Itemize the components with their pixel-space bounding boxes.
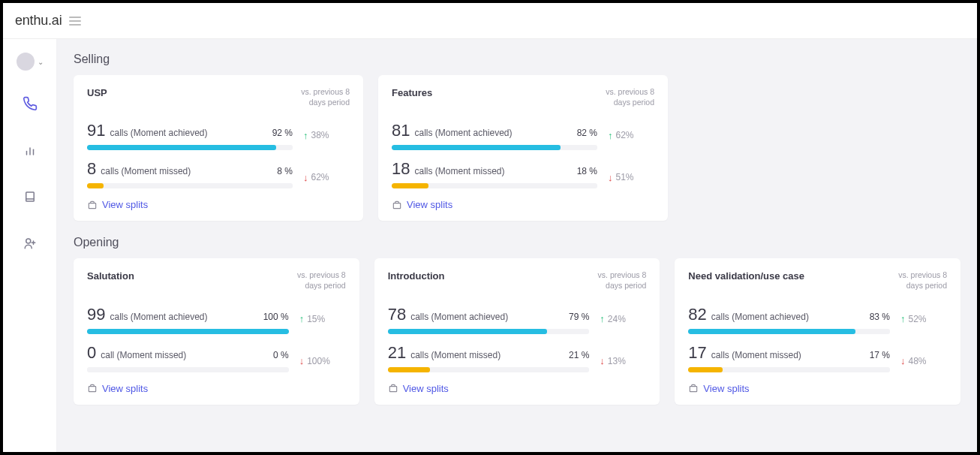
achieved-count: 82	[688, 305, 706, 324]
achieved-bar	[388, 329, 590, 334]
menu-icon[interactable]	[69, 17, 81, 26]
achieved-count: 81	[392, 121, 410, 140]
section-title: Opening	[74, 236, 960, 249]
card-title: Features	[392, 87, 432, 98]
achieved-percent: 83 %	[870, 312, 890, 322]
missed-label: call (Moment missed)	[101, 350, 186, 360]
section-opening: Opening Salutation vs. previous 8days pe…	[74, 236, 960, 404]
missed-count: 18	[392, 159, 410, 179]
achieved-label: calls (Moment achieved)	[110, 128, 207, 138]
missed-percent: 18 %	[577, 166, 597, 176]
achieved-metric: 82 calls (Moment achieved) 83 %	[688, 305, 890, 334]
card-title: Need validation/use case	[688, 270, 804, 282]
arrow-up-icon: ↑	[608, 130, 613, 141]
user-menu[interactable]: ⌄	[17, 53, 44, 71]
section-selling: Selling USP vs. previous 8days period	[74, 53, 960, 221]
missed-bar	[87, 367, 289, 372]
metric-card: Need validation/use case vs. previous 8d…	[675, 258, 960, 404]
splits-icon	[392, 200, 402, 210]
user-plus-icon	[23, 237, 37, 250]
comparison-period: vs. previous 8days period	[286, 270, 346, 291]
achieved-metric: 81 calls (Moment achieved) 82 %	[392, 121, 597, 150]
view-splits-link[interactable]: View splits	[403, 383, 449, 394]
trend-up: ↑52%	[900, 313, 947, 324]
missed-metric: 18 calls (Moment missed) 18 %	[392, 159, 597, 188]
missed-count: 21	[388, 343, 406, 363]
svg-rect-9	[393, 203, 400, 208]
achieved-bar	[688, 329, 890, 334]
missed-label: calls (Moment missed)	[414, 166, 504, 176]
missed-count: 8	[87, 159, 96, 179]
arrow-down-icon: ↓	[608, 172, 613, 183]
achieved-metric: 99 calls (Moment achieved) 100 %	[87, 305, 289, 334]
trend-down: ↓100%	[299, 355, 346, 366]
comparison-period: vs. previous 8days period	[586, 270, 646, 291]
arrow-up-icon: ↑	[303, 130, 308, 141]
missed-count: 0	[87, 343, 96, 363]
trend-down: ↓13%	[600, 355, 646, 366]
nav-add-user[interactable]	[17, 230, 44, 257]
bar-chart-icon	[23, 143, 37, 157]
view-splits-link[interactable]: View splits	[703, 383, 749, 394]
nav-calls[interactable]	[17, 90, 44, 117]
sidebar: ⌄	[3, 39, 57, 452]
missed-bar	[392, 183, 597, 188]
arrow-up-icon: ↑	[600, 313, 605, 324]
trend-down: ↓51%	[608, 172, 654, 183]
svg-rect-12	[690, 387, 697, 392]
card-title: Introduction	[388, 270, 445, 282]
view-splits-link[interactable]: View splits	[407, 199, 452, 210]
trend-up: ↑62%	[608, 130, 654, 141]
achieved-metric: 78 calls (Moment achieved) 79 %	[388, 305, 590, 334]
achieved-count: 99	[87, 305, 105, 324]
achieved-label: calls (Moment achieved)	[410, 312, 508, 322]
achieved-percent: 92 %	[272, 128, 293, 138]
arrow-down-icon: ↓	[299, 355, 305, 366]
card-title: Salutation	[87, 270, 134, 282]
arrow-up-icon: ↑	[900, 313, 906, 324]
nav-library[interactable]	[17, 183, 44, 210]
arrow-down-icon: ↓	[303, 172, 308, 183]
comparison-period: vs. previous 8days period	[887, 270, 947, 291]
missed-metric: 21 calls (Moment missed) 21 %	[388, 343, 590, 372]
achieved-label: calls (Moment achieved)	[110, 312, 207, 322]
missed-percent: 17 %	[870, 350, 890, 360]
missed-bar	[688, 367, 890, 372]
achieved-percent: 79 %	[569, 312, 589, 322]
arrow-down-icon: ↓	[900, 355, 906, 366]
missed-bar	[388, 367, 590, 372]
achieved-bar	[87, 329, 289, 334]
trend-up: ↑38%	[303, 130, 350, 141]
achieved-label: calls (Moment achieved)	[414, 128, 512, 138]
trend-down: ↓62%	[303, 172, 350, 183]
view-splits-link[interactable]: View splits	[102, 199, 148, 210]
avatar	[17, 53, 35, 71]
missed-percent: 21 %	[569, 350, 589, 360]
layout: ⌄ Selling	[3, 39, 977, 452]
svg-rect-10	[89, 387, 95, 392]
book-icon	[23, 190, 37, 203]
missed-percent: 0 %	[273, 350, 289, 360]
card-row: USP vs. previous 8days period 91	[74, 75, 960, 221]
splits-icon	[87, 383, 98, 393]
splits-icon	[388, 383, 398, 393]
metric-card: Salutation vs. previous 8days period	[74, 258, 359, 404]
missed-metric: 17 calls (Moment missed) 17 %	[688, 343, 890, 372]
metric-card: Features vs. previous 8days period	[378, 75, 668, 221]
missed-bar	[87, 183, 293, 188]
missed-label: calls (Moment missed)	[711, 350, 801, 360]
missed-metric: 0 call (Moment missed) 0 %	[87, 343, 289, 372]
comparison-period: vs. previous 8days period	[594, 87, 654, 107]
achieved-label: calls (Moment achieved)	[711, 312, 809, 322]
nav-analytics[interactable]	[17, 137, 44, 164]
main-content: Selling USP vs. previous 8days period	[57, 39, 977, 452]
achieved-bar	[87, 145, 293, 150]
comparison-period: vs. previous 8days period	[290, 87, 350, 107]
achieved-percent: 100 %	[263, 312, 289, 322]
app-frame: enthu.ai ⌄ Se	[0, 0, 980, 455]
svg-point-5	[26, 239, 30, 243]
splits-icon	[688, 383, 699, 393]
achieved-metric: 91 calls (Moment achieved) 92 %	[87, 121, 293, 150]
view-splits-link[interactable]: View splits	[102, 383, 148, 394]
brand-logo: enthu.ai	[15, 13, 62, 29]
